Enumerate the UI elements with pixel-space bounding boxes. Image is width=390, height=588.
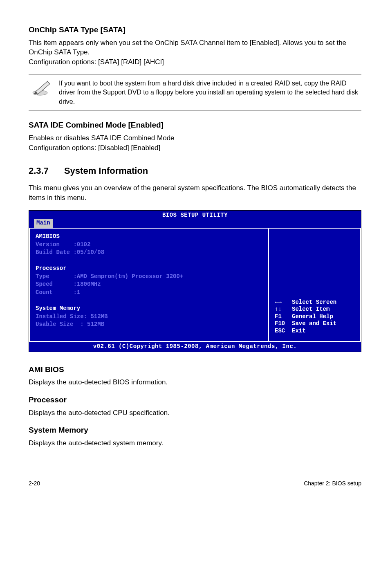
- para-sysinfo-intro: This menu gives you an overview of the g…: [29, 183, 361, 203]
- heading-system-memory: System Memory: [29, 425, 361, 436]
- pencil-note-icon: [31, 79, 52, 96]
- heading-processor: Processor: [29, 395, 361, 406]
- para-processor: Displays the auto-detected CPU specifica…: [29, 408, 361, 418]
- para-ami-bios: Displays the auto-detected BIOS informat…: [29, 377, 361, 387]
- chapter-label: Chapter 2: BIOS setup: [304, 480, 361, 488]
- page-footer: 2-20 Chapter 2: BIOS setup: [29, 477, 361, 488]
- heading-sata-combined: SATA IDE Combined Mode [Enabled]: [29, 120, 361, 131]
- heading-ami-bios: AMI BIOS: [29, 364, 361, 375]
- section-heading-sysinfo: 2.3.7 System Information: [29, 165, 361, 177]
- bios-tab-main: Main: [34, 219, 53, 228]
- page-number: 2-20: [29, 480, 40, 488]
- bios-footer: v02.61 (C)Copyright 1985-2008, American …: [29, 342, 361, 352]
- bios-title: BIOS SETUP UTILITY: [29, 211, 361, 220]
- bios-help-keys: ←→ Select Screen ↑↓ Select Item F1 Gener…: [275, 299, 336, 335]
- bios-screen: BIOS SETUP UTILITY Main AMIBIOS Version …: [29, 210, 361, 352]
- heading-onchip-sata: OnChip SATA Type [SATA]: [29, 25, 361, 36]
- section-number: 2.3.7: [29, 165, 49, 177]
- note-block: If you want to boot the system from a ha…: [29, 74, 361, 111]
- para-system-memory: Displays the auto-detected system memory…: [29, 438, 361, 448]
- bios-tab-row: Main: [29, 219, 361, 228]
- bios-panel-left: AMIBIOS Version :0102 Build Date :05/10/…: [29, 229, 269, 342]
- para-sata-combined: Enables or disables SATA IDE Combined Mo…: [29, 133, 361, 153]
- para-onchip-sata: This item appears only when you set the …: [29, 38, 361, 67]
- section-title: System Information: [64, 165, 148, 177]
- bios-panel-right: ←→ Select Screen ↑↓ Select Item F1 Gener…: [269, 229, 361, 342]
- note-text: If you want to boot the system from a ha…: [59, 79, 361, 106]
